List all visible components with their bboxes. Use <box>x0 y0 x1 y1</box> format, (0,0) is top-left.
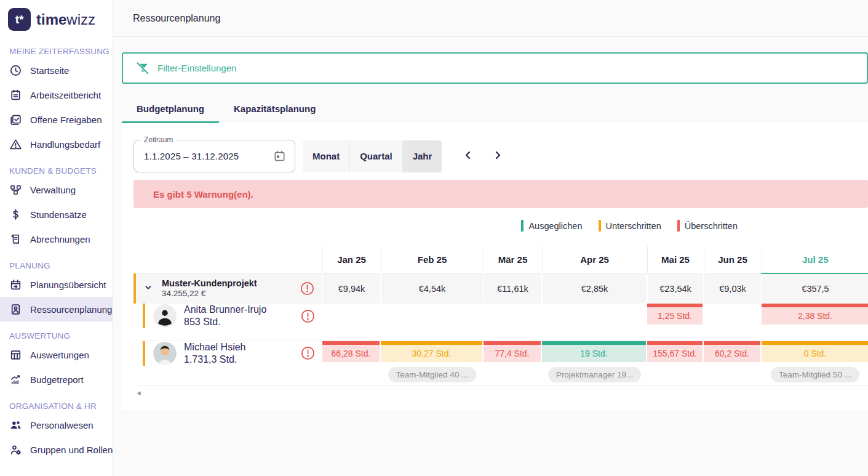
prev-period-button[interactable] <box>460 147 476 165</box>
role-chip[interactable]: Projektmanager 19... <box>548 367 641 382</box>
plan-cell-mai-25: 1,25 Std. <box>647 304 704 341</box>
collapse-project-button[interactable] <box>140 283 156 295</box>
clock-icon <box>9 64 22 77</box>
legend-label: Unterschritten <box>606 221 661 231</box>
scroll-left-arrow[interactable]: ◄ <box>133 390 143 397</box>
hours-cell-feb-25[interactable]: 30,27 Std. <box>381 341 482 362</box>
project-value-cell-mai-25[interactable]: €23,54k <box>647 273 704 304</box>
filter-settings-label: Filter-Einstellungen <box>157 63 236 73</box>
sidebar-item-label: Abrechnungen <box>30 234 90 244</box>
app-logo: t* timewizz <box>0 6 113 37</box>
plan-cell-mär-25 <box>484 304 542 341</box>
sidebar-item-offene-freigaben[interactable]: Offene Freigaben <box>0 107 113 132</box>
hours-cell-jul-25[interactable]: 0 Std. <box>762 341 868 362</box>
sidebar-item-arbeitszeitbericht[interactable]: Arbeitszeitbericht <box>0 83 113 107</box>
month-header-jun-25: Jun 25 <box>704 246 762 273</box>
legend-item-unterschritten: Unterschritten <box>599 220 661 232</box>
warning-icon[interactable] <box>300 281 314 296</box>
sidebar-item-verwaltung[interactable]: Verwaltung <box>0 177 113 202</box>
role-chip[interactable]: Team-Mitglied 40 ... <box>388 367 477 382</box>
sidebar-item-handlungsbedarf[interactable]: Handlungsbedarf <box>0 132 113 156</box>
filter-settings-panel[interactable]: Filter-Einstellungen <box>122 52 868 84</box>
legend-color-bar <box>521 220 524 232</box>
sidebar-item-label: Auswertungen <box>30 350 89 360</box>
hours-cell-jun-25[interactable]: 60,2 Std. <box>704 341 760 362</box>
sidebar-item-gruppen-und-rollen[interactable]: Gruppen und Rollen <box>0 437 113 462</box>
person-hours: 853 Std. <box>184 316 266 328</box>
person-name-cell: Michael Hsieh1.731,3 Std. <box>135 341 322 385</box>
legend-item-ausgeglichen: Ausgeglichen <box>521 220 582 232</box>
chevron-down-icon <box>143 283 153 295</box>
project-value-cell-jan-25[interactable]: €9,94k <box>322 273 381 304</box>
hours-cell-jan-25[interactable]: 66,28 Std. <box>322 341 380 362</box>
month-header-feb-25: Feb 25 <box>381 246 484 273</box>
project-value-cell-apr-25[interactable]: €2,85k <box>542 273 647 304</box>
approval-check-icon <box>9 113 22 126</box>
next-period-button[interactable] <box>490 147 506 165</box>
sidebar-item-budgetreport[interactable]: Budgetreport <box>0 367 113 392</box>
project-name: Muster-Kundenprojekt <box>162 278 257 289</box>
month-header-mai-25: Mai 25 <box>647 246 704 273</box>
sidebar-item-label: Arbeitszeitbericht <box>30 90 101 100</box>
calendar-icon[interactable] <box>273 150 286 163</box>
plan-cell-feb-25 <box>381 304 484 341</box>
project-value-cell-mär-25[interactable]: €11,61k <box>484 273 542 304</box>
warning-triangle-icon <box>9 138 22 151</box>
bar-chart-icon <box>9 373 22 386</box>
hours-cell-mai-25[interactable]: 1,25 Std. <box>647 304 703 325</box>
date-range-label: Zeitraum <box>141 135 176 144</box>
project-value-cell-jul-25[interactable]: €357,5 <box>762 273 868 304</box>
sidebar-item-label: Handlungsbedarf <box>30 139 100 150</box>
hours-cell-mai-25[interactable]: 155,67 Std. <box>647 341 703 362</box>
sidebar-item-stundensaetze[interactable]: Stundensätze <box>0 202 113 227</box>
content: Filter-Einstellungen BudgetplanungKapazi… <box>113 37 868 476</box>
sidebar-item-label: Budgetreport <box>30 374 84 385</box>
period-segment-group: MonatQuartalJahr <box>303 140 442 172</box>
period-button-quartal[interactable]: Quartal <box>350 140 403 172</box>
people-icon <box>9 419 22 432</box>
person-name: Anita Brunner-Irujo <box>184 304 266 316</box>
hours-cell-apr-25[interactable]: 19 Std. <box>542 341 646 362</box>
warning-icon[interactable] <box>301 346 315 360</box>
person-generic-avatar <box>153 304 177 328</box>
person-row: Michael Hsieh1.731,3 Std. 66,28 Std.30,2… <box>135 341 868 385</box>
project-value-cell-jun-25[interactable]: €9,03k <box>704 273 762 304</box>
plan-cell-jan-25 <box>322 304 381 341</box>
report-icon <box>9 89 22 102</box>
sidebar-section-label: MEINE ZEITERFASSUNG <box>9 47 113 56</box>
project-value-cell-feb-25[interactable]: €4,54k <box>381 273 484 304</box>
hours-cell-mär-25[interactable]: 77,4 Std. <box>484 341 541 362</box>
sidebar-item-label: Stundensätze <box>30 209 87 220</box>
table-icon <box>9 349 22 361</box>
tab-kapazitaetsplanung[interactable]: Kapazitätsplanung <box>219 95 330 123</box>
sidebar-section-label: KUNDEN & BUDGETS <box>9 166 113 175</box>
calendar-plan-icon <box>9 278 22 291</box>
project-budget: 34.255,22 € <box>162 289 257 299</box>
warning-icon[interactable] <box>301 309 315 323</box>
sidebar-item-startseite[interactable]: Startseite <box>0 58 113 83</box>
legend-label: Ausgeglichen <box>528 221 582 231</box>
tab-bar: BudgetplanungKapazitätsplanung <box>122 95 868 123</box>
sidebar-item-planungsuebersicht[interactable]: Planungsübersicht <box>0 272 113 297</box>
plan-cell-apr-25 <box>542 304 647 341</box>
sidebar-item-auswertungen[interactable]: Auswertungen <box>0 342 113 367</box>
sidebar-item-personalwesen[interactable]: Personalwesen <box>0 413 113 437</box>
sidebar-item-label: Planungsübersicht <box>30 280 106 290</box>
project-row: Muster-Kundenprojekt34.255,22 € €9,94k€4… <box>135 273 868 304</box>
person-gear-icon <box>9 443 22 456</box>
sidebar-item-label: Gruppen und Rollen <box>30 445 113 455</box>
role-chip[interactable]: Team-Mitglied 50 ... <box>771 367 859 382</box>
tab-budgetplanung[interactable]: Budgetplanung <box>122 95 219 123</box>
sidebar-item-abrechnungen[interactable]: Abrechnungen <box>0 227 113 251</box>
period-button-monat[interactable]: Monat <box>303 140 350 172</box>
logo-badge-icon: t* <box>8 8 31 31</box>
sidebar-item-ressourcenplanung[interactable]: Ressourcenplanung <box>0 297 113 321</box>
date-range-field[interactable]: Zeitraum 1.1.2025 – 31.12.2025 <box>133 140 295 172</box>
month-header-jul-25: Jul 25 <box>762 246 868 273</box>
plan-cell-jan-25: 66,28 Std. <box>322 341 381 385</box>
person-row: Anita Brunner-Irujo853 Std. 1,25 Std.2,3… <box>135 304 868 341</box>
period-button-jahr[interactable]: Jahr <box>403 140 442 172</box>
hours-cell-jul-25[interactable]: 2,38 Std. <box>762 304 868 325</box>
legend-label: Überschritten <box>685 221 738 231</box>
project-name-cell: Muster-Kundenprojekt34.255,22 € <box>135 273 322 304</box>
